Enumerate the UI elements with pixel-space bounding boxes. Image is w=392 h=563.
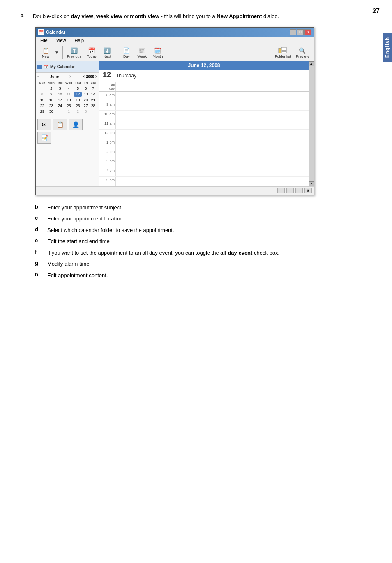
title-bar-buttons[interactable]: _ □ ✕	[290, 29, 311, 35]
new-button[interactable]: 📋 New	[38, 46, 53, 60]
cal-day[interactable]: 23	[47, 103, 55, 108]
time-content-2pm[interactable]	[116, 148, 309, 158]
cal-day[interactable]	[38, 86, 46, 91]
day-number: 12	[99, 70, 114, 82]
cal-day[interactable]: 5	[74, 86, 82, 91]
folder-label: My Calendar	[50, 65, 74, 69]
cal-day[interactable]: 17	[56, 97, 64, 102]
menu-bar: File View Help	[36, 37, 314, 44]
step-c-text: Enter your appointment location.	[47, 215, 124, 223]
cal-day[interactable]: 16	[47, 97, 55, 102]
time-content-12pm[interactable]	[116, 130, 309, 139]
time-content-1pm[interactable]	[116, 139, 309, 148]
cal-day[interactable]: 15	[38, 97, 46, 102]
cal-day[interactable]: 24	[56, 103, 64, 108]
time-content-11am[interactable]	[116, 120, 309, 129]
mini-cal-prev[interactable]: <	[37, 74, 39, 79]
week-button[interactable]: 📰 Week	[135, 46, 150, 60]
cal-day[interactable]: 30	[47, 109, 55, 114]
cal-day[interactable]: 13	[83, 92, 89, 97]
contact-icon-btn[interactable]: 👤	[69, 119, 83, 130]
today-button[interactable]: 📅 Today	[84, 46, 99, 60]
cal-day[interactable]: 20	[83, 97, 89, 102]
status-item-3: —	[295, 188, 303, 193]
time-content-9am[interactable]	[116, 101, 309, 110]
cal-day[interactable]: 2	[47, 86, 55, 91]
cal-day[interactable]: 22	[38, 103, 46, 108]
mail-icon-btn[interactable]: ✉	[37, 119, 51, 130]
time-content-4pm[interactable]	[116, 167, 309, 176]
time-row-12pm: 12 pm	[99, 130, 309, 139]
step-a-label: a	[21, 12, 33, 19]
cal-day[interactable]: 6	[83, 86, 89, 91]
close-button[interactable]: ✕	[304, 29, 311, 35]
cal-day[interactable]: 27	[83, 103, 89, 108]
cal-day[interactable]: 28	[90, 103, 97, 108]
step-c: c Enter your appointment location.	[35, 215, 371, 223]
folder-list-icon	[278, 47, 287, 54]
time-content-8am[interactable]	[116, 92, 309, 101]
cal-day[interactable]: 14	[90, 92, 97, 97]
mini-cal-grid: Sun Mon Tue Wed Thu Fri Sat 2 3 4	[37, 80, 97, 115]
cal-day[interactable]: 1	[65, 109, 73, 114]
all-day-content[interactable]	[116, 82, 309, 91]
cal-day[interactable]: 25	[65, 103, 73, 108]
scrollbar[interactable]: ▲ ▼	[309, 61, 314, 186]
menu-view[interactable]: View	[55, 37, 67, 43]
step-a-text: Double-click on day view, week view or m…	[33, 12, 279, 21]
week-icon: 📰	[138, 47, 147, 54]
time-label-11am: 11 am	[99, 120, 116, 129]
cal-day[interactable]: 18	[65, 97, 73, 102]
menu-help[interactable]: Help	[73, 37, 85, 43]
cal-day[interactable]: 26	[74, 103, 82, 108]
cal-day[interactable]: 10	[56, 92, 64, 97]
cal-day[interactable]: 11	[65, 92, 73, 97]
cal-week-3: 15 16 17 18 19 20 21	[38, 97, 97, 102]
mini-cal-year-nav: < 2008 >	[83, 74, 97, 79]
notes-icon-btn[interactable]: 📝	[37, 132, 51, 144]
cal-day[interactable]: 8	[38, 92, 46, 97]
mini-cal-next[interactable]: >	[69, 74, 71, 79]
time-content-10am[interactable]	[116, 111, 309, 120]
time-row-4pm: 4 pm	[99, 167, 309, 177]
title-bar: 📅 Calendar _ □ ✕	[36, 28, 314, 37]
cal-day[interactable]	[90, 109, 97, 114]
step-e: e Edit the start and end time	[35, 237, 371, 246]
time-content-3pm[interactable]	[116, 158, 309, 167]
cal-day[interactable]: 2	[74, 109, 82, 114]
cal-day[interactable]: 3	[56, 86, 64, 91]
time-label-8am: 8 am	[99, 92, 116, 101]
step-d: d Select which calendar folder to save t…	[35, 226, 371, 234]
time-label-10am: 10 am	[99, 111, 116, 120]
steps-list: b Enter your appointment subject. c Ente…	[35, 204, 371, 280]
day-button[interactable]: 📄 Day	[119, 46, 134, 60]
task-icon-btn[interactable]: 📋	[53, 119, 67, 130]
cal-day[interactable]	[56, 109, 64, 114]
cal-day-today[interactable]: 12	[74, 92, 82, 97]
step-f-label: f	[35, 249, 47, 255]
cal-day[interactable]: 3	[83, 109, 89, 114]
all-day-label: All day	[99, 82, 116, 91]
maximize-button[interactable]: □	[297, 29, 304, 35]
cal-day[interactable]: 29	[38, 109, 46, 114]
folder-list-button[interactable]: Folder list	[273, 46, 293, 60]
preview-button[interactable]: 🔍 Preview	[294, 46, 311, 60]
time-row-9am: 9 am	[99, 101, 309, 111]
cal-day[interactable]: 4	[65, 86, 73, 91]
previous-button[interactable]: ⬆️ Previous	[65, 46, 83, 60]
minimize-button[interactable]: _	[290, 29, 296, 35]
cal-day[interactable]: 9	[47, 92, 55, 97]
folder-checkbox[interactable]	[37, 65, 42, 69]
cal-day[interactable]: 19	[74, 97, 82, 102]
new-dropdown-arrow[interactable]: ▼	[55, 50, 59, 55]
scroll-down-arrow[interactable]: ▼	[309, 181, 314, 186]
scroll-up-arrow[interactable]: ▲	[309, 61, 314, 66]
time-grid: 8 am 9 am 10 am 11 am	[99, 92, 309, 186]
time-content-5pm[interactable]	[116, 177, 309, 186]
cal-day[interactable]: 21	[90, 97, 97, 102]
next-button[interactable]: ⬇️ Next	[100, 46, 115, 60]
month-button[interactable]: 🗓️ Month	[150, 46, 165, 60]
cal-day[interactable]: 7	[90, 86, 97, 91]
menu-file[interactable]: File	[39, 37, 49, 43]
scroll-track[interactable]	[309, 66, 314, 181]
